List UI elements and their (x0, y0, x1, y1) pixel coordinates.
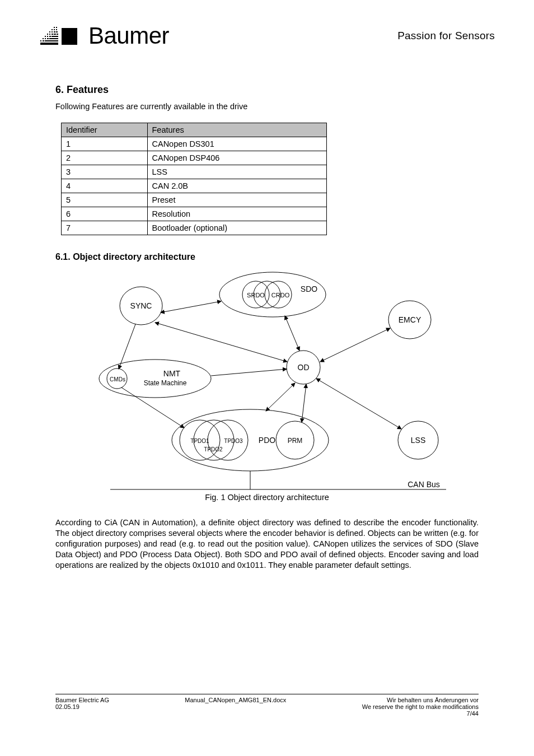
footer-filename: Manual_CANopen_AMG81_EN.docx (185, 697, 286, 717)
footer-page: 7/44 (362, 710, 479, 717)
svg-rect-8 (56, 31, 58, 32)
table-row: 7Bootloader (optional) (62, 221, 327, 235)
svg-text:TPDO2: TPDO2 (204, 446, 223, 452)
svg-rect-10 (49, 34, 50, 35)
description-text: According to CiA (CAN in Automation), a … (55, 517, 479, 570)
table-row: 1CANopen DS301 (62, 137, 327, 151)
svg-line-57 (161, 301, 221, 312)
svg-text:SRDO: SRDO (247, 292, 265, 298)
svg-rect-4 (56, 29, 57, 30)
svg-rect-3 (54, 29, 55, 30)
brand-mark-icon (39, 26, 78, 46)
svg-text:CRDO: CRDO (271, 292, 290, 298)
svg-line-66 (121, 388, 184, 428)
brand-logo: Baumer (39, 22, 169, 49)
svg-text:PRM: PRM (288, 437, 303, 445)
table-row: 2CANopen DSP406 (62, 151, 327, 165)
footer-company: Baumer Electric AG (55, 697, 109, 703)
svg-text:LSS: LSS (411, 436, 425, 445)
svg-rect-21 (49, 38, 58, 39)
footer-disclaimer-en: We reserve the right to make modificatio… (362, 703, 479, 710)
table-row: 6Resolution (62, 207, 327, 221)
svg-text:OD: OD (298, 363, 310, 372)
features-intro: Following Features are currently availab… (55, 101, 479, 111)
svg-text:CMDs: CMDs (110, 376, 125, 382)
svg-rect-25 (40, 43, 58, 45)
table-row: 3LSS (62, 165, 327, 179)
svg-rect-23 (43, 40, 44, 41)
svg-rect-17 (51, 36, 58, 37)
svg-rect-24 (45, 40, 58, 41)
svg-rect-16 (49, 36, 51, 37)
svg-rect-5 (49, 31, 50, 32)
svg-text:NMT: NMT (163, 369, 181, 378)
features-heading: 6. Features (55, 84, 479, 96)
svg-rect-22 (40, 40, 41, 41)
svg-rect-26 (62, 28, 77, 45)
svg-text:CAN Bus: CAN Bus (407, 480, 440, 489)
svg-text:TPDO3: TPDO3 (224, 438, 243, 444)
svg-line-62 (266, 383, 295, 411)
svg-rect-13 (57, 34, 58, 35)
footer-disclaimer-de: Wir behalten uns Änderungen vor (362, 697, 479, 703)
col-features: Features (147, 123, 327, 137)
svg-rect-7 (54, 31, 55, 32)
svg-rect-11 (51, 34, 53, 35)
svg-text:TPDO1: TPDO1 (190, 438, 209, 444)
svg-rect-15 (47, 36, 48, 37)
features-table: Identifier Features 1CANopen DS301 2CANo… (61, 123, 327, 235)
svg-line-65 (119, 324, 135, 369)
svg-rect-20 (47, 38, 49, 39)
svg-line-59 (285, 316, 299, 351)
svg-text:State Machine: State Machine (144, 379, 187, 387)
table-row: 5Preset (62, 193, 327, 207)
svg-line-64 (316, 379, 401, 429)
svg-text:SYNC: SYNC (130, 301, 152, 310)
svg-rect-14 (45, 36, 46, 37)
svg-line-61 (211, 369, 287, 376)
brand-name: Baumer (88, 22, 169, 49)
svg-rect-9 (47, 34, 48, 35)
svg-line-58 (155, 323, 287, 362)
svg-rect-0 (54, 27, 55, 28)
page-footer: Baumer Electric AG 02.05.19 Manual_CANop… (55, 694, 479, 717)
footer-date: 02.05.19 (55, 703, 109, 710)
figure-caption: Fig. 1 Object directory architecture (55, 493, 479, 502)
svg-line-63 (302, 384, 306, 422)
svg-rect-6 (51, 31, 53, 32)
svg-rect-18 (43, 38, 44, 39)
svg-text:EMCY: EMCY (399, 315, 421, 324)
svg-text:PDO: PDO (259, 436, 275, 445)
svg-rect-12 (54, 34, 56, 35)
svg-rect-19 (45, 38, 46, 39)
tagline: Passion for Sensors (397, 30, 495, 42)
svg-text:SDO: SDO (301, 284, 317, 293)
svg-rect-1 (56, 27, 57, 28)
architecture-diagram: OD SYNC SDO SRDO CRDO EMCY CMDs (88, 267, 446, 491)
col-identifier: Identifier (62, 123, 148, 137)
svg-line-60 (320, 328, 390, 362)
svg-rect-2 (51, 29, 53, 30)
table-row: 4CAN 2.0B (62, 179, 327, 193)
obj-dir-heading: 6.1. Object directory architecture (55, 252, 479, 262)
